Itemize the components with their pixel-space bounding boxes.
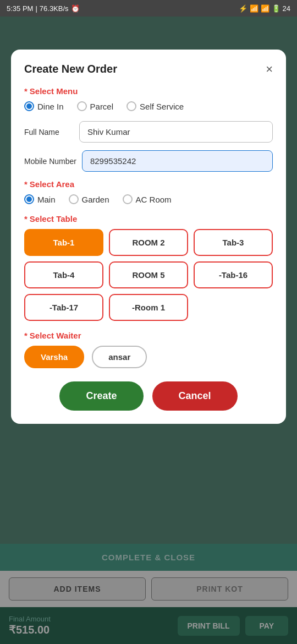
- parcel-radio[interactable]: [77, 101, 87, 111]
- alarm-icon: ⏰: [71, 4, 80, 13]
- signal-icon: 📶: [250, 4, 258, 13]
- main-area-label: Main: [37, 195, 56, 204]
- full-name-input[interactable]: [79, 121, 273, 143]
- modal-header: Create New Order ×: [24, 63, 273, 75]
- cancel-button[interactable]: Cancel: [152, 381, 238, 411]
- garden-area-option[interactable]: Garden: [69, 194, 109, 204]
- parcel-label: Parcel: [90, 102, 114, 111]
- select-menu-label: *Select Menu: [24, 86, 273, 96]
- area-radio-group: Main Garden AC Room: [24, 194, 273, 204]
- table-tab-17[interactable]: -Tab-17: [24, 294, 103, 321]
- ac-room-area-label: AC Room: [136, 195, 172, 204]
- close-button[interactable]: ×: [266, 63, 273, 75]
- mobile-number-row: Mobile Number: [24, 150, 273, 172]
- select-waiter-label: *Select Waiter: [24, 331, 273, 340]
- modal-title: Create New Order: [24, 63, 117, 75]
- separator: |: [35, 4, 37, 13]
- dine-in-radio[interactable]: [24, 101, 34, 111]
- wifi-icon: 📶: [261, 4, 270, 13]
- menu-radio-group: Dine In Parcel Self Service: [24, 101, 273, 111]
- full-name-label: Full Name: [24, 128, 74, 137]
- full-name-row: Full Name: [24, 121, 273, 143]
- select-table-label: *Select Table: [24, 214, 273, 223]
- time: 5:35 PM: [7, 4, 33, 13]
- main-area-option[interactable]: Main: [24, 194, 56, 204]
- self-service-radio[interactable]: [127, 101, 136, 111]
- status-bar: 5:35 PM | 76.3KB/s ⏰ ⚡ 📶 📶 🔋 24: [0, 0, 297, 17]
- garden-area-radio[interactable]: [69, 194, 79, 204]
- table-grid: Tab-1 ROOM 2 Tab-3 Tab-4 ROOM 5 -Tab-16 …: [24, 229, 273, 321]
- waiter-varsha[interactable]: Varsha: [24, 346, 84, 368]
- create-button[interactable]: Create: [59, 381, 143, 411]
- battery-level: 24: [283, 4, 290, 13]
- garden-area-label: Garden: [82, 195, 109, 204]
- action-buttons: Create Cancel: [24, 381, 273, 411]
- background-content: COMPLETE & CLOSE ADD ITEMS PRINT KOT Fin…: [0, 17, 297, 644]
- battery-icon: 🔋: [272, 4, 280, 13]
- self-service-option[interactable]: Self Service: [127, 101, 184, 111]
- waiter-ansar[interactable]: ansar: [92, 346, 147, 368]
- modal-overlay: Create New Order × *Select Menu Dine In …: [0, 17, 297, 644]
- mobile-number-input[interactable]: [82, 150, 273, 172]
- table-room-5[interactable]: ROOM 5: [109, 261, 188, 288]
- parcel-option[interactable]: Parcel: [77, 101, 114, 111]
- table-room-2[interactable]: ROOM 2: [109, 229, 188, 256]
- waiter-group: Varsha ansar: [24, 346, 273, 368]
- network-speed: 76.3KB/s: [40, 4, 69, 13]
- table-tab-3[interactable]: Tab-3: [194, 229, 273, 256]
- dine-in-label: Dine In: [37, 102, 64, 111]
- table-tab-4[interactable]: Tab-4: [24, 261, 103, 288]
- main-area-radio[interactable]: [24, 194, 34, 204]
- table-tab-16[interactable]: -Tab-16: [194, 261, 273, 288]
- create-order-modal: Create New Order × *Select Menu Dine In …: [11, 50, 286, 424]
- dine-in-option[interactable]: Dine In: [24, 101, 64, 111]
- status-left: 5:35 PM | 76.3KB/s ⏰: [7, 4, 80, 13]
- table-tab-1[interactable]: Tab-1: [24, 229, 103, 256]
- table-room-1[interactable]: -Room 1: [109, 294, 188, 321]
- ac-room-area-option[interactable]: AC Room: [123, 194, 172, 204]
- mobile-number-label: Mobile Number: [24, 157, 76, 166]
- select-area-label: *Select Area: [24, 179, 273, 189]
- self-service-label: Self Service: [140, 102, 184, 111]
- status-right: ⚡ 📶 📶 🔋 24: [239, 4, 290, 13]
- bluetooth-icon: ⚡: [239, 4, 248, 13]
- ac-room-area-radio[interactable]: [123, 194, 133, 204]
